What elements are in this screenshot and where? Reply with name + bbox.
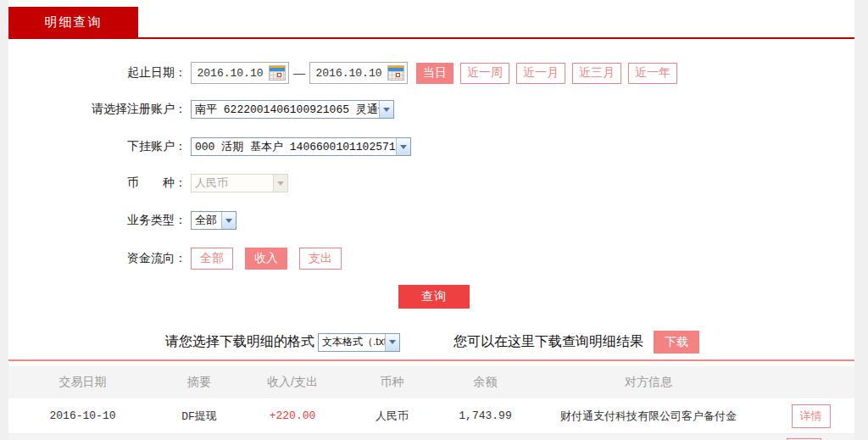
download-row: 请您选择下载明细的格式 文本格式（.txt） 您可以在这里下载查询明细结果 下载 xyxy=(165,331,854,354)
header-currency: 币种 xyxy=(343,375,441,390)
page: 明细查询 起止日期： 2016.10.10 — 2016.10.10 xyxy=(0,0,868,440)
quick-range-year-button[interactable]: 近一年 xyxy=(628,63,677,84)
download-format-select[interactable]: 文本格式（.txt） xyxy=(318,333,400,352)
dropdown-arrow-icon xyxy=(385,334,399,351)
sub-account-select[interactable]: 000 活期 基本户 1406600101102571848 xyxy=(191,137,411,156)
cell-amount: +220.00 xyxy=(242,409,343,422)
download-button[interactable]: 下载 xyxy=(654,331,699,354)
query-form: 起止日期： 2016.10.10 — 2016.10.10 xyxy=(8,39,854,309)
header-amount: 收入/支出 xyxy=(242,375,343,390)
cell-date: 2016-10-10 xyxy=(8,409,157,422)
currency-label: 币 种： xyxy=(8,175,191,191)
date-range-label: 起止日期： xyxy=(8,65,191,81)
fund-flow-income-button[interactable]: 收入 xyxy=(245,248,287,270)
currency-value: 人民币 xyxy=(192,175,273,191)
register-account-value: 南平 6222001406100921065 灵通卡 xyxy=(192,102,379,117)
start-date-value: 2016.10.10 xyxy=(192,67,269,80)
header-counterparty: 对方信息 xyxy=(530,375,767,390)
register-account-row: 请选择注册账户： 南平 6222001406100921065 灵通卡 xyxy=(8,100,854,119)
tab-bar: 明细查询 xyxy=(8,0,854,39)
query-button[interactable]: 查询 xyxy=(398,285,470,309)
fund-flow-all-button[interactable]: 全部 xyxy=(191,248,233,270)
calendar-icon[interactable] xyxy=(269,65,286,81)
header-balance: 余额 xyxy=(441,375,530,390)
quick-range-today-button[interactable]: 当日 xyxy=(416,63,453,84)
header-date: 交易日期 xyxy=(8,375,157,390)
business-type-value: 全部 xyxy=(192,213,221,228)
detail-button[interactable]: 详情 xyxy=(792,404,831,428)
table-header-row: 交易日期 摘要 收入/支出 币种 余额 对方信息 xyxy=(8,366,854,398)
calendar-icon[interactable] xyxy=(387,65,404,81)
download-hint-text: 您可以在这里下载查询明细结果 xyxy=(453,333,643,351)
table-divider xyxy=(8,359,854,361)
download-format-label: 请您选择下载明细的格式 xyxy=(165,333,314,351)
dropdown-arrow-icon xyxy=(221,212,236,229)
sub-account-row: 下挂账户： 000 活期 基本户 1406600101102571848 xyxy=(8,137,854,156)
cell-balance: 1,743.99 xyxy=(441,409,530,422)
transactions-table: 交易日期 摘要 收入/支出 币种 余额 对方信息 2016-10-10 DF提现… xyxy=(8,366,854,440)
next-row-partial xyxy=(8,434,854,440)
tab-detail-query[interactable]: 明细查询 xyxy=(8,7,138,37)
header-summary: 摘要 xyxy=(157,375,242,390)
currency-row: 币 种： 人民币 xyxy=(8,174,854,192)
fund-flow-row: 资金流向： 全部 收入 支出 xyxy=(8,248,854,270)
table-row: 2016-10-10 DF提现 +220.00 人民币 1,743.99 财付通… xyxy=(8,398,854,434)
cell-counterparty: 财付通支付科技有限公司客户备付金 xyxy=(530,409,767,424)
currency-select: 人民币 xyxy=(191,174,288,192)
sub-account-value: 000 活期 基本户 1406600101102571848 xyxy=(192,139,396,154)
fund-flow-expense-button[interactable]: 支出 xyxy=(299,248,342,270)
dropdown-arrow-icon xyxy=(379,101,393,118)
date-range-row: 起止日期： 2016.10.10 — 2016.10.10 xyxy=(8,62,854,84)
business-type-select[interactable]: 全部 xyxy=(191,211,236,230)
download-format-value: 文本格式（.txt） xyxy=(319,335,385,349)
dropdown-arrow-icon xyxy=(273,175,287,192)
date-range-separator: — xyxy=(293,66,305,80)
end-date-input[interactable]: 2016.10.10 xyxy=(309,62,408,84)
detail-query-panel: 明细查询 起止日期： 2016.10.10 — 2016.10.10 xyxy=(8,0,854,434)
business-type-label: 业务类型： xyxy=(8,213,191,228)
start-date-input[interactable]: 2016.10.10 xyxy=(191,62,289,84)
fund-flow-label: 资金流向： xyxy=(8,251,191,266)
register-account-label: 请选择注册账户： xyxy=(8,102,191,117)
dropdown-arrow-icon xyxy=(396,138,410,155)
cell-currency: 人民币 xyxy=(343,409,441,424)
business-type-row: 业务类型： 全部 xyxy=(8,211,854,230)
quick-range-month-button[interactable]: 近一月 xyxy=(516,63,565,84)
sub-account-label: 下挂账户： xyxy=(8,139,191,154)
register-account-select[interactable]: 南平 6222001406100921065 灵通卡 xyxy=(191,100,394,119)
quick-range-quarter-button[interactable]: 近三月 xyxy=(572,63,621,84)
query-button-row: 查询 xyxy=(8,285,854,309)
quick-range-week-button[interactable]: 近一周 xyxy=(460,63,509,84)
end-date-value: 2016.10.10 xyxy=(310,67,387,80)
cell-summary: DF提现 xyxy=(157,409,242,424)
